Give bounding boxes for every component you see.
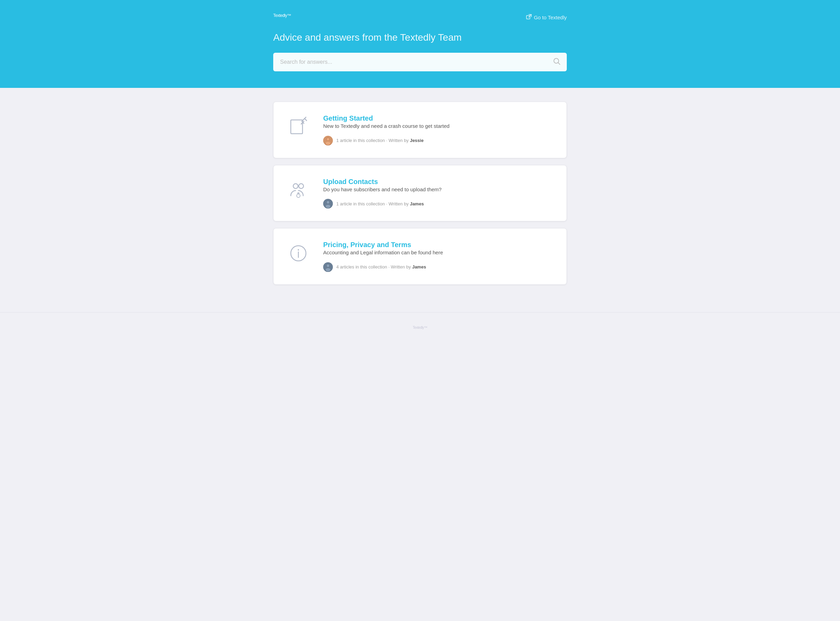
getting-started-icon	[286, 114, 311, 139]
getting-started-title[interactable]: Getting Started	[323, 114, 373, 122]
svg-point-27	[298, 249, 299, 250]
upload-contacts-icon	[286, 178, 311, 203]
svg-point-31	[327, 264, 329, 267]
getting-started-description: New to Textedly and need a crash course …	[323, 122, 554, 130]
search-icon	[553, 58, 561, 67]
pricing-privacy-terms-meta: 4 articles in this collection · Written …	[323, 262, 554, 272]
svg-point-15	[299, 184, 304, 188]
svg-point-14	[293, 184, 298, 188]
svg-point-23	[327, 201, 329, 204]
page-header: Textedly™ Go to Textedly Advice and answ…	[0, 0, 840, 88]
external-link-icon	[526, 14, 532, 21]
upload-contacts-article-count: 1 article in this collection · Written b…	[336, 201, 424, 206]
search-container	[273, 53, 567, 71]
page-footer: Textedly™	[0, 312, 840, 346]
header-top-bar: Textedly™ Go to Textedly	[273, 11, 567, 24]
card-getting-started[interactable]: Getting Started New to Textedly and need…	[273, 101, 567, 158]
logo: Textedly™	[273, 11, 291, 24]
pricing-privacy-terms-body: Pricing, Privacy and Terms Accounting an…	[323, 241, 554, 272]
getting-started-article-count: 1 article in this collection · Written b…	[336, 138, 424, 143]
footer-logo: Textedly™	[8, 324, 832, 335]
go-to-textedly-link[interactable]: Go to Textedly	[526, 14, 567, 21]
avatar-james-2	[323, 262, 333, 272]
pricing-privacy-terms-title[interactable]: Pricing, Privacy and Terms	[323, 241, 411, 248]
svg-point-16	[297, 194, 300, 197]
avatar-james-1	[323, 199, 333, 209]
avatar-jessie	[323, 136, 333, 145]
upload-contacts-title[interactable]: Upload Contacts	[323, 178, 378, 185]
header-subtitle: Advice and answers from the Textedly Tea…	[273, 32, 567, 43]
svg-line-6	[304, 118, 307, 121]
svg-point-12	[327, 138, 329, 141]
logo-trademark: ™	[287, 13, 291, 18]
svg-point-24	[325, 205, 330, 208]
svg-point-13	[325, 142, 330, 145]
search-input[interactable]	[273, 53, 567, 71]
go-to-textedly-label: Go to Textedly	[534, 15, 567, 20]
upload-contacts-meta: 1 article in this collection · Written b…	[323, 199, 554, 209]
svg-point-32	[325, 268, 330, 271]
logo-text: Textedly	[273, 13, 287, 18]
svg-line-3	[558, 63, 560, 65]
pricing-privacy-terms-icon	[286, 241, 311, 266]
pricing-privacy-terms-description: Accounting and Legal information can be …	[323, 249, 554, 257]
upload-contacts-body: Upload Contacts Do you have subscribers …	[323, 178, 554, 209]
pricing-privacy-terms-article-count: 4 articles in this collection · Written …	[336, 264, 426, 270]
svg-rect-4	[291, 120, 303, 134]
upload-contacts-description: Do you have subscribers and need to uplo…	[323, 186, 554, 194]
card-pricing-privacy-terms[interactable]: Pricing, Privacy and Terms Accounting an…	[273, 228, 567, 285]
getting-started-body: Getting Started New to Textedly and need…	[323, 114, 554, 145]
main-content: Getting Started New to Textedly and need…	[265, 88, 575, 312]
getting-started-meta: 1 article in this collection · Written b…	[323, 136, 554, 145]
card-upload-contacts[interactable]: Upload Contacts Do you have subscribers …	[273, 165, 567, 221]
